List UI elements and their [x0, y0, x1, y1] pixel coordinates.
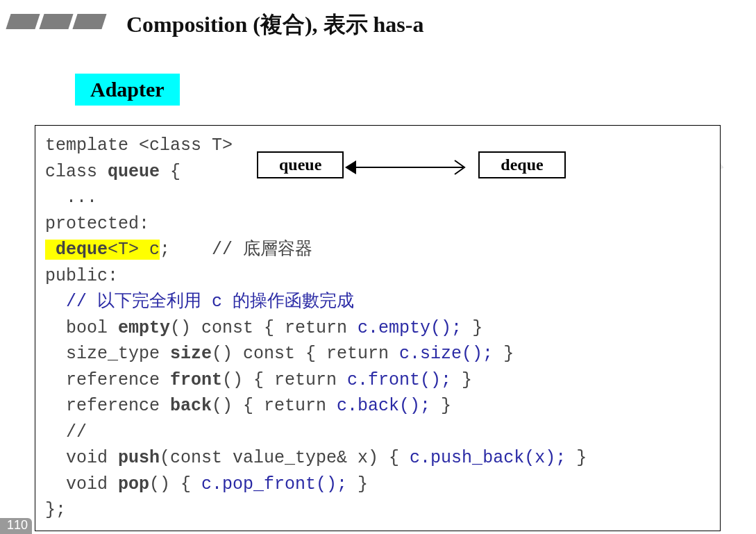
code-line: reference front() { return c.front(); } [45, 367, 710, 394]
code-line: void pop() { c.pop_front(); } [45, 472, 710, 498]
code-line: public: [45, 263, 710, 290]
svg-marker-0 [345, 160, 356, 174]
code-line: protected: [45, 211, 710, 237]
uml-arrow [345, 153, 477, 181]
uml-diagram: queue deque [257, 151, 566, 181]
code-line: // [45, 419, 710, 446]
uml-queue-box: queue [257, 151, 344, 178]
code-line: reference back() { return c.back(); } [45, 393, 710, 419]
bar-deco [72, 14, 106, 29]
header-decoration [8, 14, 104, 29]
code-block: template <class T> class queue { ... pro… [35, 125, 721, 531]
bar-deco [39, 14, 73, 29]
code-line: size_type size() const { return c.size()… [45, 341, 710, 367]
code-line: void push(const value_type& x) { c.push_… [45, 445, 710, 472]
uml-deque-box: deque [478, 151, 565, 178]
adapter-badge: Adapter [75, 74, 180, 106]
slide-title: Composition (複合), 表示 has-a [126, 10, 423, 40]
bar-deco [6, 14, 40, 29]
code-line: }; [45, 497, 710, 524]
code-line: // 以下完全利用 c 的操作函數完成 [45, 289, 710, 315]
code-line: deque<T> c; // 底層容器 [45, 237, 710, 263]
code-line: bool empty() const { return c.empty(); } [45, 315, 710, 342]
page-number: 110 [0, 518, 32, 534]
code-line: ... [45, 185, 710, 211]
